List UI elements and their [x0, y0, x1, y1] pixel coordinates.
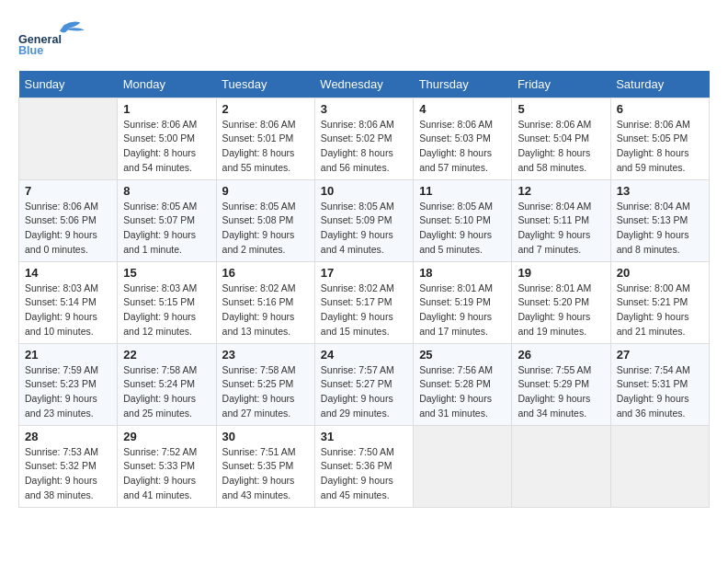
day-number: 12 — [518, 184, 604, 198]
week-row-5: 28Sunrise: 7:53 AM Sunset: 5:32 PM Dayli… — [19, 425, 710, 507]
day-cell — [19, 98, 118, 179]
day-number: 22 — [123, 348, 210, 362]
day-cell: 14Sunrise: 8:03 AM Sunset: 5:14 PM Dayli… — [19, 261, 118, 343]
day-number: 1 — [123, 102, 210, 116]
day-number: 4 — [419, 102, 506, 116]
logo: General Blue — [18, 18, 101, 56]
day-info: Sunrise: 8:01 AM Sunset: 5:20 PM Dayligh… — [518, 282, 604, 339]
day-cell: 11Sunrise: 8:05 AM Sunset: 5:10 PM Dayli… — [414, 179, 512, 261]
day-cell: 10Sunrise: 8:05 AM Sunset: 5:09 PM Dayli… — [314, 179, 413, 261]
day-info: Sunrise: 7:59 AM Sunset: 5:23 PM Dayligh… — [25, 363, 111, 421]
day-number: 26 — [518, 348, 604, 362]
day-cell: 13Sunrise: 8:04 AM Sunset: 5:13 PM Dayli… — [610, 179, 709, 261]
day-info: Sunrise: 7:53 AM Sunset: 5:32 PM Dayligh… — [25, 445, 111, 503]
day-header-thursday: Thursday — [414, 71, 512, 98]
day-number: 9 — [222, 184, 309, 198]
calendar-body: 1Sunrise: 8:06 AM Sunset: 5:00 PM Daylig… — [19, 98, 710, 507]
day-number: 28 — [25, 430, 111, 443]
day-cell: 30Sunrise: 7:51 AM Sunset: 5:35 PM Dayli… — [216, 425, 314, 507]
week-row-4: 21Sunrise: 7:59 AM Sunset: 5:23 PM Dayli… — [19, 343, 710, 425]
day-cell — [414, 425, 512, 507]
day-number: 20 — [617, 266, 703, 280]
day-cell: 25Sunrise: 7:56 AM Sunset: 5:28 PM Dayli… — [414, 343, 512, 425]
day-number: 24 — [321, 348, 407, 362]
day-info: Sunrise: 8:03 AM Sunset: 5:14 PM Dayligh… — [25, 282, 111, 339]
day-info: Sunrise: 7:52 AM Sunset: 5:33 PM Dayligh… — [123, 445, 210, 503]
day-cell: 28Sunrise: 7:53 AM Sunset: 5:32 PM Dayli… — [19, 425, 118, 507]
day-info: Sunrise: 7:55 AM Sunset: 5:29 PM Dayligh… — [518, 363, 604, 421]
day-number: 31 — [321, 430, 407, 443]
day-cell: 29Sunrise: 7:52 AM Sunset: 5:33 PM Dayli… — [118, 425, 216, 507]
day-cell: 27Sunrise: 7:54 AM Sunset: 5:31 PM Dayli… — [610, 343, 709, 425]
day-cell: 5Sunrise: 8:06 AM Sunset: 5:04 PM Daylig… — [512, 98, 610, 179]
day-number: 27 — [617, 348, 703, 362]
day-number: 11 — [419, 184, 506, 198]
day-info: Sunrise: 8:00 AM Sunset: 5:21 PM Dayligh… — [617, 282, 703, 339]
day-number: 8 — [123, 184, 210, 198]
day-cell: 12Sunrise: 8:04 AM Sunset: 5:11 PM Dayli… — [512, 179, 610, 261]
day-info: Sunrise: 8:05 AM Sunset: 5:09 PM Dayligh… — [321, 200, 407, 258]
day-header-tuesday: Tuesday — [216, 71, 314, 98]
day-info: Sunrise: 7:54 AM Sunset: 5:31 PM Dayligh… — [617, 363, 703, 421]
day-number: 14 — [25, 266, 111, 280]
day-cell — [512, 425, 610, 507]
day-info: Sunrise: 8:06 AM Sunset: 5:05 PM Dayligh… — [617, 118, 703, 176]
day-cell — [610, 425, 709, 507]
day-info: Sunrise: 7:57 AM Sunset: 5:27 PM Dayligh… — [321, 363, 407, 421]
day-info: Sunrise: 7:58 AM Sunset: 5:25 PM Dayligh… — [222, 363, 309, 421]
day-cell: 20Sunrise: 8:00 AM Sunset: 5:21 PM Dayli… — [610, 261, 709, 343]
day-cell: 16Sunrise: 8:02 AM Sunset: 5:16 PM Dayli… — [216, 261, 314, 343]
calendar-header: SundayMondayTuesdayWednesdayThursdayFrid… — [19, 71, 710, 98]
day-number: 5 — [518, 102, 604, 116]
day-info: Sunrise: 8:03 AM Sunset: 5:15 PM Dayligh… — [123, 282, 210, 339]
day-cell: 31Sunrise: 7:50 AM Sunset: 5:36 PM Dayli… — [314, 425, 413, 507]
day-cell: 3Sunrise: 8:06 AM Sunset: 5:02 PM Daylig… — [314, 98, 413, 179]
day-cell: 24Sunrise: 7:57 AM Sunset: 5:27 PM Dayli… — [314, 343, 413, 425]
day-number: 17 — [321, 266, 407, 280]
calendar-table: SundayMondayTuesdayWednesdayThursdayFrid… — [18, 71, 710, 508]
day-info: Sunrise: 8:06 AM Sunset: 5:06 PM Dayligh… — [25, 200, 111, 258]
page-header: General Blue — [18, 18, 710, 56]
day-info: Sunrise: 7:50 AM Sunset: 5:36 PM Dayligh… — [321, 445, 407, 503]
day-cell: 7Sunrise: 8:06 AM Sunset: 5:06 PM Daylig… — [19, 179, 118, 261]
day-number: 15 — [123, 266, 210, 280]
day-info: Sunrise: 8:05 AM Sunset: 5:08 PM Dayligh… — [222, 200, 309, 258]
day-info: Sunrise: 7:51 AM Sunset: 5:35 PM Dayligh… — [222, 445, 309, 503]
day-info: Sunrise: 8:01 AM Sunset: 5:19 PM Dayligh… — [419, 282, 506, 339]
svg-text:Blue: Blue — [18, 44, 43, 56]
day-cell: 21Sunrise: 7:59 AM Sunset: 5:23 PM Dayli… — [19, 343, 118, 425]
day-number: 16 — [222, 266, 309, 280]
day-number: 2 — [222, 102, 309, 116]
day-header-saturday: Saturday — [610, 71, 709, 98]
day-info: Sunrise: 8:06 AM Sunset: 5:03 PM Dayligh… — [419, 118, 506, 176]
day-header-sunday: Sunday — [19, 71, 118, 98]
day-number: 18 — [419, 266, 506, 280]
day-number: 21 — [25, 348, 111, 362]
day-info: Sunrise: 8:06 AM Sunset: 5:00 PM Dayligh… — [123, 118, 210, 176]
day-number: 13 — [617, 184, 703, 198]
day-cell: 19Sunrise: 8:01 AM Sunset: 5:20 PM Dayli… — [512, 261, 610, 343]
day-cell: 22Sunrise: 7:58 AM Sunset: 5:24 PM Dayli… — [118, 343, 216, 425]
day-cell: 18Sunrise: 8:01 AM Sunset: 5:19 PM Dayli… — [414, 261, 512, 343]
day-cell: 6Sunrise: 8:06 AM Sunset: 5:05 PM Daylig… — [610, 98, 709, 179]
day-cell: 26Sunrise: 7:55 AM Sunset: 5:29 PM Dayli… — [512, 343, 610, 425]
week-row-1: 1Sunrise: 8:06 AM Sunset: 5:00 PM Daylig… — [19, 98, 710, 179]
day-cell: 23Sunrise: 7:58 AM Sunset: 5:25 PM Dayli… — [216, 343, 314, 425]
day-header-wednesday: Wednesday — [314, 71, 413, 98]
day-info: Sunrise: 7:58 AM Sunset: 5:24 PM Dayligh… — [123, 363, 210, 421]
day-number: 7 — [25, 184, 111, 198]
day-header-monday: Monday — [118, 71, 216, 98]
day-cell: 2Sunrise: 8:06 AM Sunset: 5:01 PM Daylig… — [216, 98, 314, 179]
week-row-2: 7Sunrise: 8:06 AM Sunset: 5:06 PM Daylig… — [19, 179, 710, 261]
day-info: Sunrise: 8:06 AM Sunset: 5:02 PM Dayligh… — [321, 118, 407, 176]
day-number: 6 — [617, 102, 703, 116]
day-cell: 1Sunrise: 8:06 AM Sunset: 5:00 PM Daylig… — [118, 98, 216, 179]
day-number: 19 — [518, 266, 604, 280]
day-number: 23 — [222, 348, 309, 362]
day-info: Sunrise: 7:56 AM Sunset: 5:28 PM Dayligh… — [419, 363, 506, 421]
day-number: 3 — [321, 102, 407, 116]
day-number: 29 — [123, 430, 210, 443]
day-info: Sunrise: 8:04 AM Sunset: 5:13 PM Dayligh… — [617, 200, 703, 258]
day-info: Sunrise: 8:04 AM Sunset: 5:11 PM Dayligh… — [518, 200, 604, 258]
day-info: Sunrise: 8:02 AM Sunset: 5:16 PM Dayligh… — [222, 282, 309, 339]
